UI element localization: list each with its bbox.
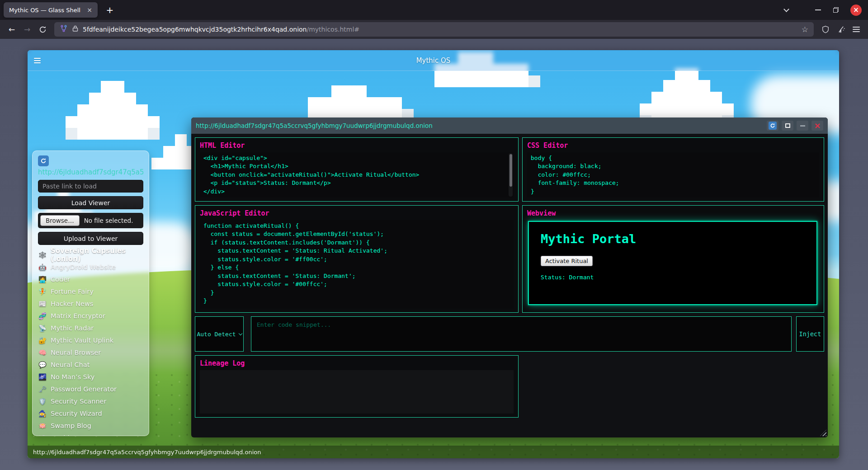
lock-icon[interactable]: [72, 25, 79, 34]
sidebar-item-fortune-fairy[interactable]: 🧚Fortune Fairy: [38, 285, 143, 297]
new-identity-button[interactable]: [834, 23, 848, 36]
file-picker: Browse… No file selected.: [38, 213, 143, 228]
cloud: [163, 146, 175, 158]
webview-title: Webview: [527, 209, 819, 217]
activate-ritual-button[interactable]: Activate Ritual: [541, 256, 593, 266]
sidebar-item-security-wizard[interactable]: 🧙Security Wizard: [38, 407, 143, 419]
world-map-icon: 🗺️: [38, 434, 47, 437]
minimize-button[interactable]: [814, 6, 821, 14]
circuit-icon[interactable]: [60, 24, 68, 34]
html-editor-title: HTML Editor: [200, 141, 514, 150]
sidebar-item-mythic-vault[interactable]: 🔐Mythic Vault Uplink: [38, 334, 143, 346]
browse-button[interactable]: Browse…: [40, 215, 80, 226]
upload-viewer-button[interactable]: Upload to Viewer: [38, 232, 143, 245]
list-tabs-button[interactable]: [783, 6, 790, 14]
css-editor-title: CSS Editor: [527, 141, 819, 150]
sidebar-item-world-map[interactable]: 🗺️World Map: [38, 432, 143, 436]
tab-close-icon[interactable]: ×: [87, 7, 92, 13]
sidebar-refresh-button[interactable]: [38, 155, 49, 166]
milky-way-icon: 🌌: [38, 373, 47, 381]
capsule-sidebar: http://6jlduadhadf7sdgr47q5a5ccrvq5gfyhb…: [32, 150, 149, 436]
sidebar-item-swamp-blog[interactable]: 🪷Swamp Blog: [38, 419, 143, 432]
lineage-log-title: Lineage Log: [200, 359, 514, 367]
sidebar-item-matrix-encryptor[interactable]: 🧬Matrix Encryptor: [38, 310, 143, 322]
browser-toolbar: ← → 5fdfeanijdeikce52begea5opg6mwhqkvcjd…: [0, 20, 868, 39]
webview-heading: Mythic Portal: [541, 232, 805, 246]
sidebar-item-no-mans-sky[interactable]: 🌌No Man’s Sky: [38, 371, 143, 383]
sidebar-item-neural-chat[interactable]: 💬Neural Chat: [38, 358, 143, 371]
sidebar-item-neural-browser[interactable]: 🧠Neural Browser: [38, 346, 143, 358]
sidebar-item-security-scanner[interactable]: 🛡️Security Scanner: [38, 395, 143, 407]
load-viewer-button[interactable]: Load Viewer: [38, 196, 143, 209]
loaded-link-text: http://6jlduadhadf7sdgr47q5a5ccrvq5gfyhb…: [38, 168, 143, 176]
sidebar-item-mythic-radar[interactable]: 📡Mythic Radar: [38, 322, 143, 334]
html-editor-input[interactable]: <div id="capsule"> <h1>Mythic Portal</h1…: [200, 152, 514, 197]
scrollbar[interactable]: [509, 153, 513, 197]
js-editor-panel: JavaScript Editor function activateRitua…: [195, 205, 519, 313]
forward-button[interactable]: →: [20, 23, 34, 36]
sidebar-item-coder[interactable]: 🧑‍💻Coder: [38, 273, 143, 285]
new-tab-button[interactable]: +: [103, 3, 117, 17]
broom-icon: [837, 25, 845, 34]
inject-button[interactable]: Inject: [796, 316, 824, 352]
dna-icon: 🧬: [38, 312, 47, 320]
scrollbar-thumb[interactable]: [509, 154, 512, 187]
shield-button[interactable]: [818, 23, 833, 36]
window-maximize-button[interactable]: [782, 121, 793, 131]
editor-window-titlebar[interactable]: http://6jlduadhadf7sdgr47q5a5ccrvq5gfyhb…: [191, 118, 828, 134]
statusbar-url: http://6jlduadhadf7sdgr47q5a5ccrvq5gfyhb…: [33, 449, 261, 456]
paste-link-input[interactable]: [38, 180, 143, 193]
spider-web-icon: 🕸️: [38, 251, 47, 258]
menu-button[interactable]: [849, 23, 863, 36]
mythic-os-desktop: Mythic OS http://6jlduadhadf7sdgr47q5a5c…: [28, 50, 839, 458]
refresh-icon: [40, 158, 47, 164]
cloud: [77, 104, 89, 116]
editor-window-body: HTML Editor <div id="capsule"> <h1>Mythi…: [191, 134, 828, 437]
webview-frame: Mythic Portal Activate Ritual Status: Do…: [528, 221, 817, 305]
speech-bubble-icon: 💬: [38, 361, 47, 368]
browser-tab[interactable]: Mythic OS — Glass Shell ×: [4, 2, 98, 18]
shield-icon: [821, 25, 830, 33]
editor-window-title-url: http://6jlduadhadf7sdgr47q5a5ccrvq5gfyhb…: [196, 122, 764, 129]
url-bar[interactable]: 5fdfeanijdeikce52begea5opg6mwhqkvcjd35og…: [54, 22, 814, 37]
lotus-icon: 🪷: [38, 422, 47, 429]
minimize-icon: [815, 9, 821, 10]
url-path: /mythicos.html#: [307, 26, 359, 33]
window-refresh-button[interactable]: [767, 121, 778, 131]
code-snippet-input[interactable]: [251, 316, 792, 352]
sidebar-item-hacker-news[interactable]: 📰Hacker News: [38, 297, 143, 310]
restore-button[interactable]: [832, 6, 840, 14]
close-window-button[interactable]: ×: [850, 5, 862, 16]
newspaper-icon: 📰: [38, 300, 47, 307]
sidebar-item-password-generator[interactable]: 🗝️Password Generator: [38, 383, 143, 395]
shield-emoji-icon: 🛡️: [38, 398, 47, 405]
window-controls: ×: [783, 0, 862, 20]
reload-button[interactable]: [35, 23, 50, 36]
capsules-header-label: Sovereign Capsules (.onion): [51, 247, 143, 263]
webview-status-text: Status: Dormant: [541, 274, 805, 281]
editors-grid: HTML Editor <div id="capsule"> <h1>Mythi…: [195, 137, 824, 313]
desktop-statusbar: http://6jlduadhadf7sdgr47q5a5ccrvq5gfyhb…: [28, 446, 839, 458]
desktop-menu-button[interactable]: [34, 58, 41, 63]
js-editor-input[interactable]: function activateRitual() { const status…: [200, 220, 514, 309]
window-minimize-button[interactable]: [797, 121, 808, 131]
tab-title: Mythic OS — Glass Shell: [9, 7, 83, 14]
technologist-icon: 🧑‍💻: [38, 276, 47, 283]
capsules-header: 🕸️ Sovereign Capsules (.onion): [38, 249, 143, 261]
close-icon: ×: [853, 7, 859, 14]
css-editor-panel: CSS Editor body { background: black; col…: [522, 137, 824, 202]
language-select[interactable]: Auto Detect: [195, 316, 244, 352]
html-editor-panel: HTML Editor <div id="capsule"> <h1>Mythi…: [195, 137, 519, 202]
cloud: [651, 92, 663, 103]
window-close-button[interactable]: ×: [811, 121, 823, 131]
restore-icon: [833, 7, 839, 13]
robot-icon: 🤖: [38, 263, 47, 271]
back-button[interactable]: ←: [5, 23, 19, 36]
reload-icon: [39, 26, 47, 33]
lineage-log-content: [200, 370, 514, 414]
bookmark-star-icon[interactable]: ☆: [802, 25, 808, 34]
locked-key-icon: 🔐: [38, 337, 47, 344]
maximize-icon: [785, 123, 790, 128]
css-editor-input[interactable]: body { background: black; color: #00ffcc…: [527, 152, 819, 197]
language-select-value: Auto Detect: [197, 331, 236, 338]
